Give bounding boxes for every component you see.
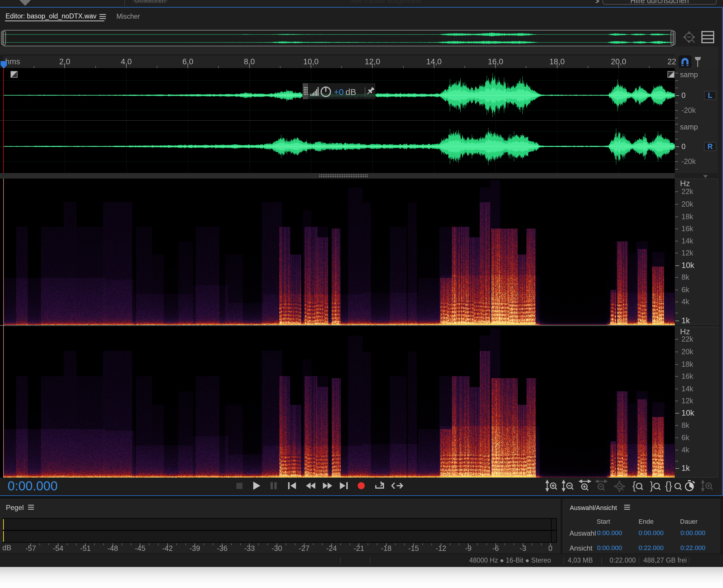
svg-text:Alle Kanäle ausgewählt: Alle Kanäle ausgewählt bbox=[351, 0, 421, 4]
svg-text:+0: +0 bbox=[334, 87, 344, 97]
svg-text:Umkehren: Umkehren bbox=[135, 0, 165, 4]
svg-text:Hilfe durchsuchen: Hilfe durchsuchen bbox=[630, 0, 689, 5]
svg-text:}: } bbox=[650, 480, 654, 491]
svg-text:{}: {} bbox=[665, 480, 672, 491]
svg-text:dB: dB bbox=[345, 87, 356, 97]
svg-text:{: { bbox=[632, 480, 636, 491]
